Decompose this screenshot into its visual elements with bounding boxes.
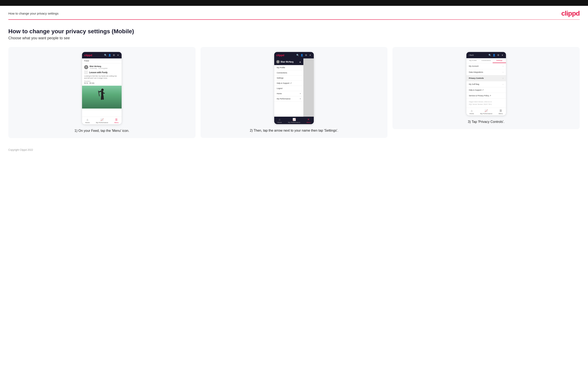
step-2-phone: clippd 🔍 👤 ⚙ ▾ B Blair McHarg — [274, 52, 314, 124]
bottom2-performance-label: My Performance — [288, 121, 300, 123]
bottom2-home: ⌂ Home — [277, 118, 282, 123]
settings-data-integrations[interactable]: Data Integrations › — [467, 69, 506, 75]
step2-bottom-bar: ⌂ Home 📈 My Performance ✕ Menu — [274, 117, 314, 124]
step3-bottom-bar: ⌂ Home 📈 My Performance ☰ Menu — [467, 108, 506, 115]
bottom-home-label: Home — [85, 122, 89, 124]
menu-item-profile[interactable]: My Profile — [274, 65, 303, 70]
footer: Copyright Clippd 2022 — [0, 142, 588, 156]
step3-tabs: My Profile Connections Settings — [467, 58, 506, 63]
duration-label: Duration — [84, 80, 120, 82]
search-icon: 🔍 — [104, 54, 107, 57]
menu-item-logout[interactable]: Logout — [274, 86, 303, 91]
data-integrations-label: Data Integrations — [469, 71, 483, 73]
bottom-home: ⌂ Home — [85, 118, 89, 124]
svg-rect-1 — [101, 91, 103, 96]
data-integrations-chevron: › — [503, 71, 503, 73]
copyright: Copyright Clippd 2022 — [8, 149, 33, 151]
user-icon: 👤 — [108, 54, 111, 57]
settings-my-account[interactable]: My Account › — [467, 63, 506, 69]
lesson-icon — [84, 70, 88, 74]
golf-image — [82, 86, 121, 108]
version-line1: Clippd Client Version: 2022.8.3-3 — [469, 101, 503, 103]
menu-item-home[interactable]: Home▾ — [274, 91, 303, 96]
bottom2-home-label: Home — [277, 121, 282, 123]
logo: clippd — [561, 9, 580, 17]
bottom2-close-label: Menu — [306, 121, 311, 123]
settings-icon: ⚙ — [112, 54, 115, 57]
menu-item-my-performance[interactable]: My Performance▾ — [274, 96, 303, 101]
steps-row: clippd 🔍 👤 ⚙ ▾ Feed B — [8, 47, 580, 138]
user-icon-3: 👤 — [493, 54, 496, 57]
bottom3-menu[interactable]: ☰ Menu — [499, 109, 503, 115]
performance-chevron: ▾ — [300, 98, 301, 100]
bottom-menu[interactable]: ☰ Menu — [114, 118, 119, 124]
home-icon: ⌂ — [86, 118, 88, 121]
post-user-sub: Yesterday · Sunningdale — [89, 67, 107, 69]
version-info: Clippd Client Version: 2022.8.3-3 GQL Se… — [467, 99, 506, 108]
menu-item-connections[interactable]: Connections — [274, 70, 303, 75]
version-line2: GQL Server Version: 2022.7.30-1 — [469, 103, 503, 106]
menu-item-settings[interactable]: Settings — [274, 75, 303, 81]
post-avatar: B — [84, 65, 88, 69]
my-account-chevron: › — [503, 65, 503, 67]
menu-user-name: Blair McHarg — [281, 61, 294, 63]
step-1-card: clippd 🔍 👤 ⚙ ▾ Feed B — [8, 47, 196, 138]
bottom-performance-label: My Performance — [96, 122, 108, 124]
phone-post: B Blair McHarg Yesterday · Sunningdale L… — [82, 63, 121, 86]
post-user-row: B Blair McHarg Yesterday · Sunningdale — [84, 65, 120, 69]
step1-nav-bar: clippd 🔍 👤 ⚙ ▾ — [82, 52, 121, 58]
bottom2-performance: 📈 My Performance — [288, 118, 300, 123]
header: How to change your privacy settings clip… — [0, 6, 588, 19]
my-account-label: My Account — [469, 65, 479, 67]
tab-settings[interactable]: Settings — [493, 58, 506, 63]
chevron-icon-2: ▾ — [309, 54, 312, 57]
settings-help-support[interactable]: Help & Support ↗ — [467, 87, 506, 93]
step1-bottom-bar: ⌂ Home 📈 My Performance ☰ Menu — [82, 117, 121, 124]
chevron-icon: ▾ — [117, 54, 120, 57]
home-icon-3: ⌂ — [471, 109, 472, 112]
close-icon: ✕ — [307, 118, 310, 121]
menu-panel: B Blair McHarg ▲ My Profile Connections … — [274, 58, 303, 117]
step2-phone-logo: clippd — [276, 54, 284, 57]
settings-privacy-controls[interactable]: Privacy Controls › — [467, 75, 506, 81]
top-bar — [0, 0, 588, 6]
back-button[interactable]: ‹ Back — [468, 54, 474, 56]
help-support-label: Help & Support ↗ — [469, 89, 484, 91]
privacy-controls-label: Privacy Controls — [469, 77, 484, 79]
settings-service-privacy[interactable]: Service & Privacy Policy ↗ — [467, 93, 506, 99]
step1-phone-logo: clippd — [84, 54, 92, 57]
step1-phone-body: Feed B Blair McHarg Yesterday · Sunningd… — [82, 58, 121, 117]
lesson-title: Lesson with Fordy — [89, 71, 107, 74]
step1-phone-icons: 🔍 👤 ⚙ ▾ — [104, 54, 120, 57]
settings-icon-2: ⚙ — [305, 54, 308, 57]
step-3-phone: ‹ Back 🔍 👤 ⚙ ▾ My Profile Connections Se… — [467, 52, 506, 115]
golfer-silhouette — [97, 88, 107, 107]
main-content: How to change your privacy settings (Mob… — [0, 20, 588, 142]
svg-point-0 — [101, 89, 104, 91]
step3-back-bar: ‹ Back 🔍 👤 ⚙ ▾ — [467, 52, 506, 58]
step-1-caption: 1) On your Feed, tap the 'Menu' icon. — [75, 128, 129, 133]
tab-connections[interactable]: Connections — [480, 58, 493, 63]
performance-icon-2: 📈 — [293, 118, 296, 121]
bottom3-home-label: Home — [469, 113, 474, 115]
menu-chevron-up[interactable]: ▲ — [299, 60, 301, 63]
lesson-desc: Looking to feel like my hands are exitin… — [84, 75, 120, 79]
feed-tab-label: Feed — [82, 58, 121, 63]
search-icon-2: 🔍 — [296, 54, 299, 57]
bottom2-close[interactable]: ✕ Menu — [306, 118, 311, 123]
step-3-caption: 3) Tap 'Privacy Controls'. — [468, 120, 504, 124]
my-golf-bag-chevron: › — [503, 83, 503, 85]
settings-my-golf-bag[interactable]: My Golf Bag › — [467, 81, 506, 87]
tab-my-profile[interactable]: My Profile — [467, 58, 480, 63]
bottom-menu-label: Menu — [114, 122, 119, 124]
duration-val: 01 hr : 30 min — [84, 82, 120, 84]
header-title: How to change your privacy settings — [8, 12, 59, 15]
search-icon-3: 🔍 — [488, 54, 491, 57]
bottom3-home: ⌂ Home — [469, 109, 474, 115]
step3-phone-icons: 🔍 👤 ⚙ ▾ — [488, 54, 504, 57]
user-icon-2: 👤 — [301, 54, 303, 57]
lesson-row: Lesson with Fordy — [84, 70, 120, 74]
page-heading: How to change your privacy settings (Mob… — [8, 28, 580, 35]
menu-icon-3: ☰ — [500, 109, 502, 112]
menu-item-help[interactable]: Help & Support ↗ — [274, 81, 303, 86]
